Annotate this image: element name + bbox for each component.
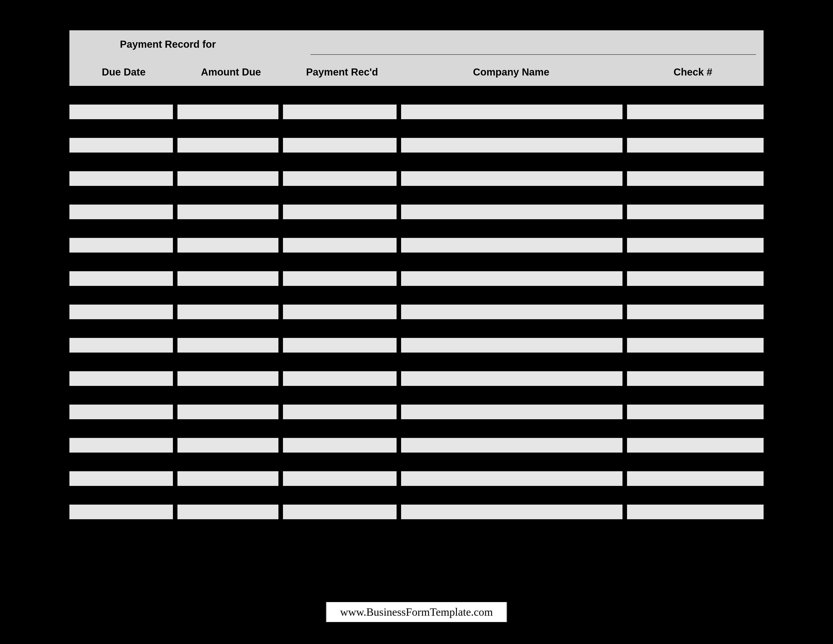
- column-headers-row: Due Date Amount Due Payment Rec'd Compan…: [69, 58, 764, 86]
- cell-check-no[interactable]: [627, 138, 764, 153]
- cell-due-date[interactable]: [69, 371, 173, 386]
- cell-company-name[interactable]: [401, 304, 622, 319]
- cell-company-name[interactable]: [401, 138, 622, 153]
- cell-due-date[interactable]: [69, 471, 173, 486]
- cell-check-no[interactable]: [627, 404, 764, 419]
- col-header-payment-recd: Payment Rec'd: [284, 66, 400, 78]
- form-header: Payment Record for Due Date Amount Due P…: [69, 30, 764, 86]
- cell-payment-recd[interactable]: [283, 105, 397, 119]
- col-header-check-no: Check #: [622, 66, 764, 78]
- cell-check-no[interactable]: [627, 371, 764, 386]
- cell-due-date[interactable]: [69, 238, 173, 253]
- cell-payment-recd[interactable]: [283, 138, 397, 153]
- payment-record-form: Payment Record for Due Date Amount Due P…: [69, 30, 764, 538]
- cell-payment-recd[interactable]: [283, 371, 397, 386]
- cell-company-name[interactable]: [401, 105, 622, 119]
- table-row: [69, 238, 764, 253]
- cell-check-no[interactable]: [627, 271, 764, 286]
- cell-amount-due[interactable]: [177, 138, 278, 153]
- cell-amount-due[interactable]: [177, 338, 278, 353]
- cell-company-name[interactable]: [401, 438, 622, 452]
- cell-amount-due[interactable]: [177, 304, 278, 319]
- table-row: [69, 304, 764, 319]
- cell-amount-due[interactable]: [177, 505, 278, 519]
- cell-payment-recd[interactable]: [283, 204, 397, 219]
- cell-company-name[interactable]: [401, 471, 622, 486]
- footer-attribution: www.BusinessFormTemplate.com: [326, 602, 507, 623]
- cell-amount-due[interactable]: [177, 238, 278, 253]
- cell-amount-due[interactable]: [177, 471, 278, 486]
- cell-due-date[interactable]: [69, 404, 173, 419]
- cell-company-name[interactable]: [401, 338, 622, 353]
- cell-company-name[interactable]: [401, 505, 622, 519]
- cell-company-name[interactable]: [401, 271, 622, 286]
- cell-amount-due[interactable]: [177, 404, 278, 419]
- cell-due-date[interactable]: [69, 271, 173, 286]
- cell-check-no[interactable]: [627, 438, 764, 452]
- cell-check-no[interactable]: [627, 204, 764, 219]
- cell-amount-due[interactable]: [177, 105, 278, 119]
- cell-payment-recd[interactable]: [283, 505, 397, 519]
- cell-check-no[interactable]: [627, 105, 764, 119]
- table-row: [69, 138, 764, 153]
- cell-amount-due[interactable]: [177, 371, 278, 386]
- title-row: Payment Record for: [69, 30, 764, 58]
- data-rows: [69, 105, 764, 519]
- cell-check-no[interactable]: [627, 471, 764, 486]
- cell-due-date[interactable]: [69, 171, 173, 186]
- cell-check-no[interactable]: [627, 304, 764, 319]
- cell-amount-due[interactable]: [177, 438, 278, 452]
- col-header-due-date: Due Date: [69, 66, 178, 78]
- col-header-amount-due: Amount Due: [178, 66, 284, 78]
- cell-due-date[interactable]: [69, 138, 173, 153]
- cell-payment-recd[interactable]: [283, 471, 397, 486]
- table-row: [69, 105, 764, 119]
- record-for-field[interactable]: [310, 54, 756, 55]
- col-header-company-name: Company Name: [400, 66, 622, 78]
- cell-company-name[interactable]: [401, 204, 622, 219]
- cell-payment-recd[interactable]: [283, 238, 397, 253]
- table-row: [69, 471, 764, 486]
- cell-check-no[interactable]: [627, 238, 764, 253]
- cell-payment-recd[interactable]: [283, 171, 397, 186]
- cell-company-name[interactable]: [401, 238, 622, 253]
- cell-due-date[interactable]: [69, 338, 173, 353]
- table-row: [69, 438, 764, 452]
- table-row: [69, 505, 764, 519]
- cell-due-date[interactable]: [69, 105, 173, 119]
- cell-amount-due[interactable]: [177, 171, 278, 186]
- cell-check-no[interactable]: [627, 505, 764, 519]
- form-title-label: Payment Record for: [120, 39, 216, 50]
- cell-due-date[interactable]: [69, 438, 173, 452]
- table-row: [69, 171, 764, 186]
- cell-company-name[interactable]: [401, 371, 622, 386]
- table-row: [69, 371, 764, 386]
- cell-check-no[interactable]: [627, 338, 764, 353]
- cell-due-date[interactable]: [69, 204, 173, 219]
- cell-payment-recd[interactable]: [283, 271, 397, 286]
- cell-payment-recd[interactable]: [283, 404, 397, 419]
- cell-amount-due[interactable]: [177, 271, 278, 286]
- cell-payment-recd[interactable]: [283, 338, 397, 353]
- cell-company-name[interactable]: [401, 171, 622, 186]
- cell-payment-recd[interactable]: [283, 304, 397, 319]
- table-row: [69, 271, 764, 286]
- cell-payment-recd[interactable]: [283, 438, 397, 452]
- table-row: [69, 338, 764, 353]
- cell-amount-due[interactable]: [177, 204, 278, 219]
- cell-check-no[interactable]: [627, 171, 764, 186]
- cell-company-name[interactable]: [401, 404, 622, 419]
- cell-due-date[interactable]: [69, 304, 173, 319]
- table-row: [69, 404, 764, 419]
- table-row: [69, 204, 764, 219]
- cell-due-date[interactable]: [69, 505, 173, 519]
